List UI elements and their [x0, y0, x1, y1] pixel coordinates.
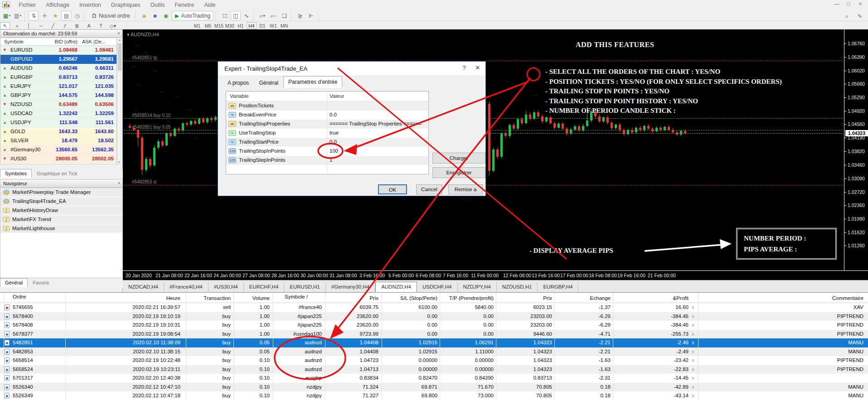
parameter-value[interactable]: 100	[330, 148, 427, 154]
chart-profiles-icon[interactable]: ▥▾	[13, 11, 23, 20]
label-tool-icon[interactable]: T	[96, 23, 106, 30]
order-close-icon[interactable]: x	[692, 331, 694, 337]
order-row[interactable]: 57456552020.02.21 16:39:57sell1.00#franc…	[0, 303, 868, 312]
market-watch-row[interactable]: ▲GBPJPY144.575144.598	[0, 91, 116, 100]
orders-col-ordre[interactable]: Ordre	[13, 294, 26, 299]
tab-graphique-en-tick[interactable]: Graphique en Tick	[32, 169, 82, 178]
parameter-value[interactable]: true	[330, 130, 427, 135]
order-row[interactable]: 56585242020.02.19 10:23:11buy0.10audnzd1…	[0, 365, 868, 374]
horizontal-line-icon[interactable]: ─	[36, 23, 46, 30]
navigator-close-icon[interactable]: ×	[118, 180, 121, 186]
autotrading-button[interactable]: ▶AutoTrading	[172, 11, 213, 20]
dialog-parameter-row[interactable]: ½TrailingStartPrice0.0	[226, 138, 428, 147]
dialog-help-icon[interactable]: ?	[457, 62, 471, 74]
menu-item-affichage[interactable]: Affichage	[41, 0, 74, 10]
trendline-icon[interactable]: ╱	[48, 23, 58, 30]
tab-symboles[interactable]: Symboles	[0, 169, 32, 178]
market-watch-icon[interactable]: ⇅	[29, 11, 39, 20]
auto-scroll-icon[interactable]: ⊵	[296, 11, 305, 20]
order-row[interactable]: 57013172020.02.20 12:40:38buy0.10eurgbp0…	[0, 374, 868, 383]
new-order-button[interactable]: 🗋Nouvel ordre	[88, 11, 133, 20]
cursor-tool-icon[interactable]: ↖	[0, 22, 10, 29]
navigator-item[interactable]: ƒMarket\FX Trend	[0, 215, 122, 224]
save-button[interactable]: Enregistrer	[432, 167, 485, 178]
chart-tab-nzdjpyh4[interactable]: NZDJPY,H4	[458, 282, 497, 292]
zoom-in-icon[interactable]: ⌕+	[257, 11, 267, 20]
chart-tab-eurusdh1[interactable]: EURUSD,H1	[284, 282, 325, 292]
parameter-value[interactable]: 1	[330, 157, 427, 163]
chart-tab-germany30h4[interactable]: #Germany30,H4	[326, 282, 375, 292]
market-watch-row[interactable]: ▲SILVER18.47918.502	[0, 136, 116, 145]
market-watch-row[interactable]: ▼NZDUSD0.634890.63506	[0, 100, 116, 109]
timeframe-M30[interactable]: M30	[225, 23, 235, 29]
orders-col-symbole[interactable]: Symbole /	[285, 294, 308, 299]
order-close-icon[interactable]: x	[692, 375, 694, 381]
chart-tab-us30h4[interactable]: #US30,H4	[209, 282, 244, 292]
navigator-item[interactable]: ƒMarket\HistoryDraw	[0, 206, 122, 215]
channel-icon[interactable]: ⫽	[60, 23, 70, 30]
menu-item-outils[interactable]: Outils	[145, 0, 170, 10]
signals-icon[interactable]: ◉	[161, 11, 171, 20]
new-chart-icon[interactable]: ▦▾	[2, 11, 12, 20]
chart-tab-eurgbph4[interactable]: EURGBP,H4	[538, 282, 578, 292]
chart-tab-nzdusdh1[interactable]: NZDUSD,H1	[497, 282, 538, 292]
market-watch-close-icon[interactable]: ×	[117, 30, 120, 36]
tab-favoris[interactable]: Favoris	[28, 278, 54, 287]
dialog-parameter-row[interactable]: ½BreakEvenPrice0.0	[226, 111, 428, 120]
order-close-icon[interactable]: x	[692, 340, 694, 345]
order-close-icon[interactable]: x	[692, 322, 694, 328]
dialog-parameter-row[interactable]: 123TrailingStopInPoints100	[226, 147, 428, 156]
market-watch-scrollbar[interactable]: ▴▾	[117, 38, 122, 164]
order-close-icon[interactable]: x	[692, 393, 694, 398]
navigator-item[interactable]: Market\Powerplay Trade Manager	[0, 188, 122, 197]
order-close-icon[interactable]: x	[692, 357, 694, 363]
order-row[interactable]: 56784002020.02.19 19:10:19buy1.00#japan2…	[0, 312, 868, 321]
edit-icon[interactable]: ✎	[855, 11, 865, 21]
dialog-parameter-row[interactable]: 123TrailingStepInPoints1	[226, 156, 428, 165]
crosshair-tool-icon[interactable]: ＋	[12, 23, 22, 30]
community-icon[interactable]: ☻	[150, 11, 160, 20]
chart-tab-nzdcadh4[interactable]: NZDCAD,H4	[123, 282, 164, 292]
shapes-tool-icon[interactable]: ◇▾	[108, 23, 118, 30]
chart-shift-icon[interactable]: ⊩	[306, 11, 316, 20]
market-watch-row[interactable]: ▲USDCAD1.322431.32259	[0, 109, 116, 118]
timeframe-M5[interactable]: M5	[203, 23, 213, 29]
minimize-icon[interactable]: —	[831, 1, 843, 7]
timeframe-H1[interactable]: H1	[236, 23, 246, 29]
timeframe-MN[interactable]: MN	[279, 23, 289, 29]
timeframe-H4[interactable]: H4	[247, 22, 257, 29]
parameter-value[interactable]: 0.0	[330, 139, 427, 145]
order-row[interactable]: 56585142020.02.19 10:22:48buy0.10audnzd1…	[0, 356, 868, 365]
metaeditor-icon[interactable]: ◈	[139, 11, 149, 20]
market-watch-row[interactable]: ▲#Germany3013560.6513562.35	[0, 145, 116, 154]
market-watch-row[interactable]: ▲EURGBP0.837130.83726	[0, 73, 116, 82]
bar-chart-icon[interactable]: ⌶⌶	[220, 11, 230, 20]
terminal-icon[interactable]: ▤	[61, 11, 71, 20]
parameter-value[interactable]: 0.0	[330, 112, 427, 117]
menu-item-graphiques[interactable]: Graphiques	[106, 0, 145, 10]
close-icon[interactable]: ×	[854, 1, 866, 7]
chart-tab-france40h4[interactable]: #France40,H4	[164, 282, 209, 292]
menu-item-fenetre[interactable]: Fenetre	[170, 0, 199, 10]
order-row[interactable]: 55263492020.02.12 10:47:18buy0.10nzdjpy7…	[0, 391, 868, 400]
dialog-tab-parametres-d-entrée[interactable]: Parametres d'entrée	[283, 76, 342, 88]
dialog-titlebar[interactable]: Expert - TrailingStop4Trade_EA ? ✕	[218, 62, 485, 75]
menu-item-aide[interactable]: Aide	[199, 0, 221, 10]
timeframe-M1[interactable]: M1	[192, 23, 202, 29]
tile-windows-icon[interactable]: ❏	[279, 11, 289, 20]
parameter-value[interactable]: ====== TrailingStop Properties ======	[330, 121, 427, 126]
zoom-out-icon[interactable]: ⌕−	[268, 11, 278, 20]
order-row[interactable]: 56784082020.02.19 19:10:31buy1.00#japan2…	[0, 321, 868, 330]
timeframe-D1[interactable]: D1	[257, 23, 267, 29]
order-close-icon[interactable]: x	[692, 384, 694, 390]
navigator-item[interactable]: TrailingStop4Trade_EA	[0, 197, 122, 206]
menu-item-insertion[interactable]: Insertion	[74, 0, 106, 10]
line-chart-icon[interactable]: ∿	[242, 11, 252, 20]
market-watch-row[interactable]: ▲USDJPY111.548111.561	[0, 118, 116, 127]
market-watch-row[interactable]: ▼GBPUSD1.295671.29581	[0, 55, 116, 64]
chart-tab-eurchfh4[interactable]: EURCHF,H4	[244, 282, 285, 292]
dialog-tab-général[interactable]: Général	[254, 77, 283, 89]
reset-button[interactable]: Remise a zéro	[448, 184, 483, 194]
chart-tab-audnzdh4[interactable]: AUDNZD,H4	[375, 282, 417, 292]
order-close-icon[interactable]: x	[692, 349, 694, 354]
